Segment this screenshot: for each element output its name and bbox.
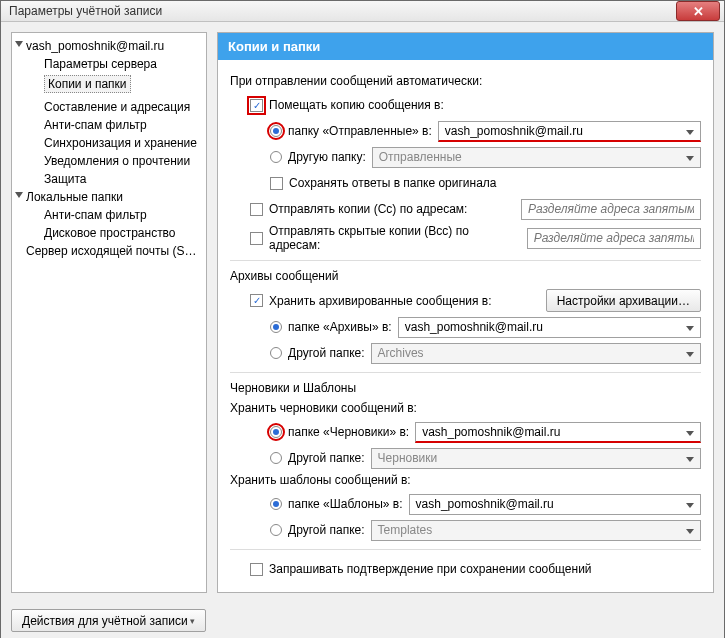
templates-folder-radio[interactable] (270, 498, 282, 510)
footer-row: Действия для учётной записи (11, 601, 714, 632)
archive-folder-label: папке «Архивы» в: (288, 320, 392, 334)
sent-account-value: vash_pomoshnik@mail.ru (445, 124, 583, 138)
place-copy-checkbox[interactable] (250, 99, 263, 112)
separator (230, 549, 701, 550)
separator (230, 372, 701, 373)
content-header: Копии и папки (218, 33, 713, 60)
save-replies-checkbox[interactable] (270, 177, 283, 190)
archive-section-label: Архивы сообщений (230, 269, 701, 283)
tree-item-copies-wrap[interactable]: Копии и папки (12, 73, 206, 98)
drafts-other-radio[interactable] (270, 452, 282, 464)
account-actions-button[interactable]: Действия для учётной записи (11, 609, 206, 632)
archive-folder-radio[interactable] (270, 321, 282, 333)
drafts-store-label: Хранить черновики сообщений в: (230, 401, 701, 415)
tree-item-local-disk[interactable]: Дисковое пространство (12, 224, 206, 242)
cc-row: Отправлять копии (Сс) по адресам: (250, 198, 701, 220)
tree-local-root[interactable]: Локальные папки (12, 188, 206, 206)
archive-other-value: Archives (378, 346, 424, 360)
archive-settings-label: Настройки архивации… (557, 294, 690, 308)
drafts-folder-label: папке «Черновики» в: (288, 425, 409, 439)
sent-folder-radio[interactable] (270, 125, 282, 137)
sent-account-combo[interactable]: vash_pomoshnik@mail.ru (438, 121, 701, 142)
bcc-row: Отправлять скрытые копии (Bcc) по адреса… (250, 224, 701, 252)
content-panel: Копии и папки При отправлении сообщений … (217, 32, 714, 593)
archive-settings-button[interactable]: Настройки архивации… (546, 289, 701, 312)
bcc-checkbox[interactable] (250, 232, 263, 245)
tree-account-root[interactable]: vash_pomoshnik@mail.ru (12, 37, 206, 55)
save-replies-label: Сохранять ответы в папке оригинала (289, 176, 497, 190)
tree-account-label: vash_pomoshnik@mail.ru (26, 39, 164, 53)
archive-folder-row: папке «Архивы» в: vash_pomoshnik@mail.ru (270, 316, 701, 338)
archive-other-label: Другой папке: (288, 346, 365, 360)
content-body: При отправлении сообщений автоматически:… (218, 60, 713, 592)
caret-down-icon (15, 41, 23, 47)
place-copy-row: Помещать копию сообщения в: (250, 94, 701, 116)
tree-item-security[interactable]: Защита (12, 170, 206, 188)
tree-item-outgoing[interactable]: Сервер исходящей почты (S… (12, 242, 206, 260)
sending-section-label: При отправлении сообщений автоматически: (230, 74, 701, 88)
archive-account-combo[interactable]: vash_pomoshnik@mail.ru (398, 317, 701, 338)
bcc-input[interactable] (527, 228, 701, 249)
cc-label: Отправлять копии (Сс) по адресам: (269, 202, 467, 216)
archive-keep-label: Хранить архивированные сообщения в: (269, 294, 492, 308)
cc-checkbox[interactable] (250, 203, 263, 216)
drafts-other-value: Черновики (378, 451, 438, 465)
tree-item-antispam[interactable]: Анти-спам фильтр (12, 116, 206, 134)
caret-down-icon (15, 192, 23, 198)
account-actions-wrap: Действия для учётной записи (11, 609, 206, 632)
confirm-save-checkbox[interactable] (250, 563, 263, 576)
tree-item-copies[interactable]: Копии и папки (44, 75, 131, 93)
tree-item-sync[interactable]: Синхронизация и хранение (12, 134, 206, 152)
titlebar: Параметры учётной записи ✕ (1, 1, 724, 22)
tree-local-label: Локальные папки (26, 190, 123, 204)
close-button[interactable]: ✕ (676, 1, 720, 21)
sent-other-value: Отправленные (379, 150, 462, 164)
templates-other-value: Templates (378, 523, 433, 537)
account-actions-label: Действия для учётной записи (22, 614, 188, 628)
main-row: vash_pomoshnik@mail.ru Параметры сервера… (11, 32, 714, 593)
drafts-folder-radio[interactable] (270, 426, 282, 438)
drafts-folder-row: папке «Черновики» в: vash_pomoshnik@mail… (270, 421, 701, 443)
templates-store-label: Хранить шаблоны сообщений в: (230, 473, 701, 487)
window-title: Параметры учётной записи (9, 4, 676, 18)
sent-other-radio[interactable] (270, 151, 282, 163)
archive-other-radio[interactable] (270, 347, 282, 359)
bcc-label: Отправлять скрытые копии (Bcc) по адреса… (269, 224, 515, 252)
dialog-window: Параметры учётной записи ✕ vash_pomoshni… (0, 0, 725, 638)
place-copy-label: Помещать копию сообщения в: (269, 98, 444, 112)
drafts-other-combo[interactable]: Черновики (371, 448, 701, 469)
sent-folder-label: папку «Отправленные» в: (288, 124, 432, 138)
separator (230, 260, 701, 261)
sent-folder-row: папку «Отправленные» в: vash_pomoshnik@m… (270, 120, 701, 142)
templates-other-label: Другой папке: (288, 523, 365, 537)
dialog-buttons: OK Отмена (11, 632, 714, 638)
templates-folder-label: папке «Шаблоны» в: (288, 497, 403, 511)
templates-other-combo[interactable]: Templates (371, 520, 701, 541)
tree-item-composition[interactable]: Составление и адресация (12, 98, 206, 116)
dialog-body: vash_pomoshnik@mail.ru Параметры сервера… (1, 22, 724, 638)
archive-keep-row: Хранить архивированные сообщения в: Наст… (250, 289, 701, 312)
confirm-save-label: Запрашивать подтверждение при сохранении… (269, 562, 592, 576)
templates-other-row: Другой папке: Templates (270, 519, 701, 541)
save-replies-row: Сохранять ответы в папке оригинала (270, 172, 701, 194)
drafts-other-label: Другой папке: (288, 451, 365, 465)
templates-account-combo[interactable]: vash_pomoshnik@mail.ru (409, 494, 701, 515)
drafts-account-combo[interactable]: vash_pomoshnik@mail.ru (415, 422, 701, 443)
archive-other-combo[interactable]: Archives (371, 343, 701, 364)
archive-other-row: Другой папке: Archives (270, 342, 701, 364)
tree-item-local-antispam[interactable]: Анти-спам фильтр (12, 206, 206, 224)
templates-account-value: vash_pomoshnik@mail.ru (416, 497, 554, 511)
tree-item-receipts[interactable]: Уведомления о прочтении (12, 152, 206, 170)
tree-item-server[interactable]: Параметры сервера (12, 55, 206, 73)
sent-other-row: Другую папку: Отправленные (270, 146, 701, 168)
account-tree[interactable]: vash_pomoshnik@mail.ru Параметры сервера… (11, 32, 207, 593)
sent-other-combo[interactable]: Отправленные (372, 147, 701, 168)
sent-other-label: Другую папку: (288, 150, 366, 164)
close-icon: ✕ (693, 5, 704, 18)
archive-keep-checkbox[interactable] (250, 294, 263, 307)
cc-input[interactable] (521, 199, 701, 220)
templates-folder-row: папке «Шаблоны» в: vash_pomoshnik@mail.r… (270, 493, 701, 515)
drafts-account-value: vash_pomoshnik@mail.ru (422, 425, 560, 439)
templates-other-radio[interactable] (270, 524, 282, 536)
drafts-section-label: Черновики и Шаблоны (230, 381, 701, 395)
